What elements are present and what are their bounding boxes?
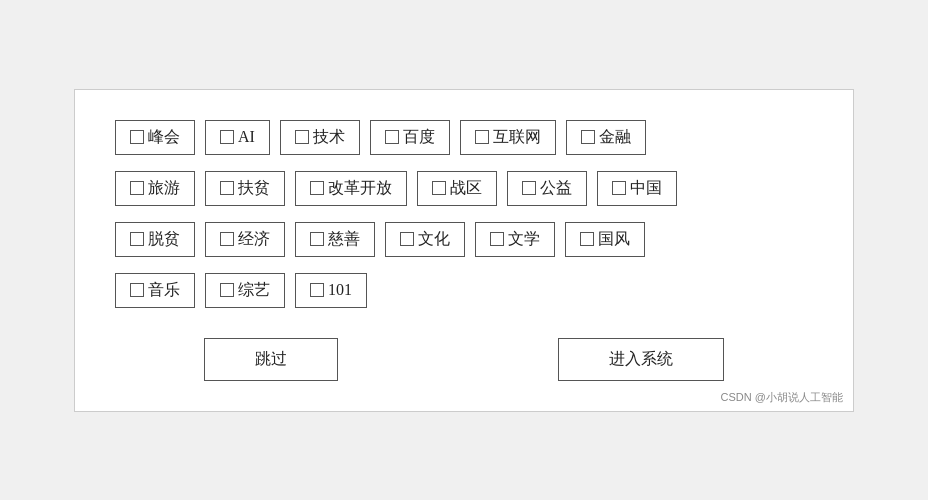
- tag-item-经济[interactable]: 经济: [205, 222, 285, 257]
- tag-item-音乐[interactable]: 音乐: [115, 273, 195, 308]
- checkbox-icon: [130, 130, 144, 144]
- watermark: CSDN @小胡说人工智能: [721, 390, 843, 405]
- checkbox-icon: [130, 181, 144, 195]
- tag-item-改革开放[interactable]: 改革开放: [295, 171, 407, 206]
- tag-label: 金融: [599, 127, 631, 148]
- tag-label: 101: [328, 281, 352, 299]
- buttons-row: 跳过 进入系统: [115, 338, 813, 381]
- tag-item-技术[interactable]: 技术: [280, 120, 360, 155]
- checkbox-icon: [220, 283, 234, 297]
- checkbox-icon: [310, 232, 324, 246]
- tag-item-中国[interactable]: 中国: [597, 171, 677, 206]
- main-card: 峰会AI技术百度互联网金融旅游扶贫改革开放战区公益中国脱贫经济慈善文化文学国风音…: [74, 89, 854, 412]
- skip-button[interactable]: 跳过: [204, 338, 338, 381]
- tag-item-百度[interactable]: 百度: [370, 120, 450, 155]
- enter-button[interactable]: 进入系统: [558, 338, 724, 381]
- tag-item-扶贫[interactable]: 扶贫: [205, 171, 285, 206]
- tag-label: 扶贫: [238, 178, 270, 199]
- tag-item-互联网[interactable]: 互联网: [460, 120, 556, 155]
- checkbox-icon: [220, 232, 234, 246]
- tag-item-101[interactable]: 101: [295, 273, 367, 308]
- tag-item-文化[interactable]: 文化: [385, 222, 465, 257]
- tag-item-脱贫[interactable]: 脱贫: [115, 222, 195, 257]
- tag-label: 国风: [598, 229, 630, 250]
- checkbox-icon: [400, 232, 414, 246]
- tag-row-2: 脱贫经济慈善文化文学国风: [115, 222, 813, 257]
- checkbox-icon: [310, 181, 324, 195]
- tag-label: 经济: [238, 229, 270, 250]
- tag-item-旅游[interactable]: 旅游: [115, 171, 195, 206]
- tag-item-综艺[interactable]: 综艺: [205, 273, 285, 308]
- tag-item-文学[interactable]: 文学: [475, 222, 555, 257]
- tag-item-国风[interactable]: 国风: [565, 222, 645, 257]
- tag-item-慈善[interactable]: 慈善: [295, 222, 375, 257]
- tag-label: 文学: [508, 229, 540, 250]
- tag-item-战区[interactable]: 战区: [417, 171, 497, 206]
- checkbox-icon: [130, 232, 144, 246]
- tag-row-0: 峰会AI技术百度互联网金融: [115, 120, 813, 155]
- checkbox-icon: [385, 130, 399, 144]
- tag-label: 慈善: [328, 229, 360, 250]
- tag-label: 中国: [630, 178, 662, 199]
- tags-container: 峰会AI技术百度互联网金融旅游扶贫改革开放战区公益中国脱贫经济慈善文化文学国风音…: [115, 120, 813, 308]
- tag-label: 互联网: [493, 127, 541, 148]
- checkbox-icon: [432, 181, 446, 195]
- tag-label: 旅游: [148, 178, 180, 199]
- tag-label: 综艺: [238, 280, 270, 301]
- tag-item-AI[interactable]: AI: [205, 120, 270, 155]
- tag-label: 峰会: [148, 127, 180, 148]
- tag-label: 战区: [450, 178, 482, 199]
- tag-label: 脱贫: [148, 229, 180, 250]
- tag-label: 公益: [540, 178, 572, 199]
- tag-label: AI: [238, 128, 255, 146]
- tag-item-峰会[interactable]: 峰会: [115, 120, 195, 155]
- checkbox-icon: [130, 283, 144, 297]
- tag-label: 音乐: [148, 280, 180, 301]
- checkbox-icon: [580, 232, 594, 246]
- checkbox-icon: [295, 130, 309, 144]
- checkbox-icon: [475, 130, 489, 144]
- tag-row-1: 旅游扶贫改革开放战区公益中国: [115, 171, 813, 206]
- checkbox-icon: [612, 181, 626, 195]
- checkbox-icon: [522, 181, 536, 195]
- tag-item-公益[interactable]: 公益: [507, 171, 587, 206]
- checkbox-icon: [310, 283, 324, 297]
- checkbox-icon: [220, 130, 234, 144]
- tag-label: 百度: [403, 127, 435, 148]
- checkbox-icon: [581, 130, 595, 144]
- tag-label: 文化: [418, 229, 450, 250]
- tag-item-金融[interactable]: 金融: [566, 120, 646, 155]
- tag-label: 技术: [313, 127, 345, 148]
- checkbox-icon: [220, 181, 234, 195]
- checkbox-icon: [490, 232, 504, 246]
- tag-row-3: 音乐综艺101: [115, 273, 813, 308]
- tag-label: 改革开放: [328, 178, 392, 199]
